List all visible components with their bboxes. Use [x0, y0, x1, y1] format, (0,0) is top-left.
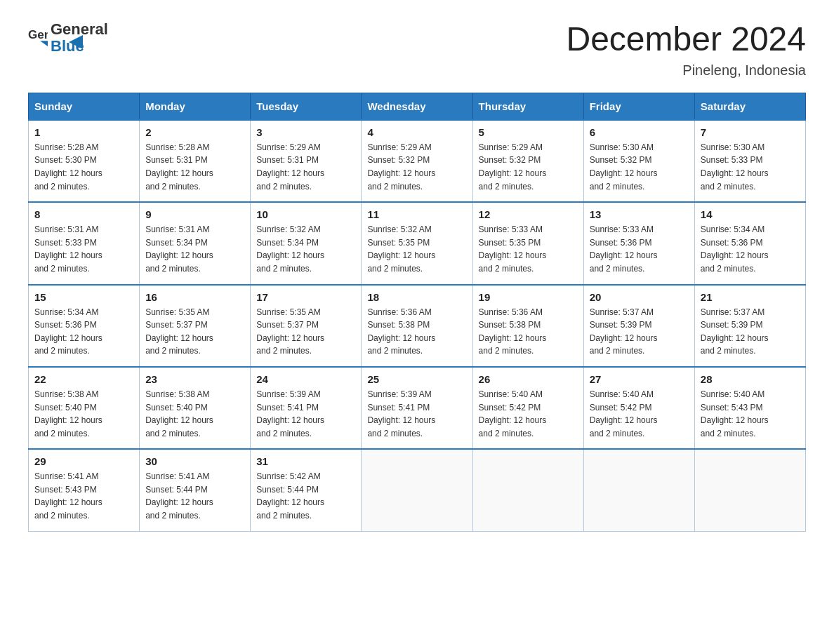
day-number: 8	[34, 208, 133, 220]
day-info: Sunrise: 5:39 AMSunset: 5:41 PMDaylight:…	[367, 389, 435, 438]
day-info: Sunrise: 5:32 AMSunset: 5:34 PMDaylight:…	[256, 224, 324, 274]
calendar-cell: 9 Sunrise: 5:31 AMSunset: 5:34 PMDayligh…	[140, 202, 251, 284]
day-info: Sunrise: 5:38 AMSunset: 5:40 PMDaylight:…	[145, 389, 213, 438]
calendar-cell: 18 Sunrise: 5:36 AMSunset: 5:38 PMDaylig…	[362, 285, 472, 367]
title-section: December 2024 Pineleng, Indonesia	[566, 21, 806, 79]
day-info: Sunrise: 5:37 AMSunset: 5:39 PMDaylight:…	[701, 307, 769, 356]
day-number: 24	[256, 373, 355, 385]
day-info: Sunrise: 5:30 AMSunset: 5:33 PMDaylight:…	[701, 142, 769, 192]
header-row: SundayMondayTuesdayWednesdayThursdayFrid…	[29, 93, 806, 120]
calendar-cell: 8 Sunrise: 5:31 AMSunset: 5:33 PMDayligh…	[29, 202, 140, 284]
header-day-thursday: Thursday	[472, 93, 583, 120]
calendar-cell: 26 Sunrise: 5:40 AMSunset: 5:42 PMDaylig…	[472, 367, 583, 449]
calendar-cell: 30 Sunrise: 5:41 AMSunset: 5:44 PMDaylig…	[140, 449, 251, 531]
calendar-cell: 3 Sunrise: 5:29 AMSunset: 5:31 PMDayligh…	[251, 120, 362, 202]
calendar-cell: 19 Sunrise: 5:36 AMSunset: 5:38 PMDaylig…	[472, 285, 583, 367]
day-info: Sunrise: 5:40 AMSunset: 5:42 PMDaylight:…	[590, 389, 658, 438]
day-number: 3	[256, 126, 355, 138]
day-number: 22	[34, 373, 133, 385]
day-number: 18	[367, 291, 466, 303]
calendar-header: SundayMondayTuesdayWednesdayThursdayFrid…	[29, 93, 806, 120]
calendar-cell: 13 Sunrise: 5:33 AMSunset: 5:36 PMDaylig…	[583, 202, 694, 284]
header-day-saturday: Saturday	[694, 93, 805, 120]
calendar-cell	[472, 449, 583, 531]
svg-marker-1	[40, 41, 48, 46]
day-number: 11	[367, 208, 466, 220]
day-number: 26	[479, 373, 578, 385]
calendar-table: SundayMondayTuesdayWednesdayThursdayFrid…	[28, 93, 806, 532]
day-info: Sunrise: 5:29 AMSunset: 5:32 PMDaylight:…	[367, 142, 435, 192]
day-number: 14	[701, 208, 800, 220]
day-number: 7	[701, 126, 800, 138]
calendar-cell: 14 Sunrise: 5:34 AMSunset: 5:36 PMDaylig…	[694, 202, 805, 284]
day-info: Sunrise: 5:32 AMSunset: 5:35 PMDaylight:…	[367, 224, 435, 274]
calendar-cell: 23 Sunrise: 5:38 AMSunset: 5:40 PMDaylig…	[140, 367, 251, 449]
week-row-3: 15 Sunrise: 5:34 AMSunset: 5:36 PMDaylig…	[29, 285, 806, 367]
day-number: 15	[34, 291, 133, 303]
day-info: Sunrise: 5:34 AMSunset: 5:36 PMDaylight:…	[701, 224, 769, 274]
day-info: Sunrise: 5:40 AMSunset: 5:43 PMDaylight:…	[701, 389, 769, 438]
day-number: 30	[145, 455, 244, 467]
day-number: 23	[145, 373, 244, 385]
header-day-monday: Monday	[140, 93, 251, 120]
day-number: 4	[367, 126, 466, 138]
calendar-cell: 12 Sunrise: 5:33 AMSunset: 5:35 PMDaylig…	[472, 202, 583, 284]
header-day-tuesday: Tuesday	[251, 93, 362, 120]
day-number: 1	[34, 126, 133, 138]
day-number: 13	[590, 208, 689, 220]
header-day-sunday: Sunday	[29, 93, 140, 120]
day-number: 9	[145, 208, 244, 220]
calendar-body: 1 Sunrise: 5:28 AMSunset: 5:30 PMDayligh…	[29, 120, 806, 531]
calendar-cell: 20 Sunrise: 5:37 AMSunset: 5:39 PMDaylig…	[583, 285, 694, 367]
day-number: 29	[34, 455, 133, 467]
day-info: Sunrise: 5:28 AMSunset: 5:31 PMDaylight:…	[145, 142, 213, 192]
svg-marker-2	[69, 35, 83, 49]
calendar-cell: 22 Sunrise: 5:38 AMSunset: 5:40 PMDaylig…	[29, 367, 140, 449]
day-info: Sunrise: 5:33 AMSunset: 5:36 PMDaylight:…	[590, 224, 658, 274]
header-day-friday: Friday	[583, 93, 694, 120]
day-number: 28	[701, 373, 800, 385]
day-number: 10	[256, 208, 355, 220]
calendar-cell	[583, 449, 694, 531]
calendar-cell: 1 Sunrise: 5:28 AMSunset: 5:30 PMDayligh…	[29, 120, 140, 202]
day-number: 6	[590, 126, 689, 138]
day-number: 2	[145, 126, 244, 138]
day-info: Sunrise: 5:36 AMSunset: 5:38 PMDaylight:…	[367, 307, 435, 356]
calendar-title: December 2024	[566, 21, 806, 58]
day-info: Sunrise: 5:31 AMSunset: 5:33 PMDaylight:…	[34, 224, 102, 274]
day-info: Sunrise: 5:28 AMSunset: 5:30 PMDaylight:…	[34, 142, 102, 192]
day-number: 20	[590, 291, 689, 303]
day-number: 12	[479, 208, 578, 220]
logo: General General Blue	[28, 21, 83, 55]
day-number: 16	[145, 291, 244, 303]
calendar-cell: 21 Sunrise: 5:37 AMSunset: 5:39 PMDaylig…	[694, 285, 805, 367]
day-number: 19	[479, 291, 578, 303]
week-row-1: 1 Sunrise: 5:28 AMSunset: 5:30 PMDayligh…	[29, 120, 806, 202]
calendar-cell: 7 Sunrise: 5:30 AMSunset: 5:33 PMDayligh…	[694, 120, 805, 202]
logo-icon: General	[28, 27, 48, 49]
calendar-cell: 29 Sunrise: 5:41 AMSunset: 5:43 PMDaylig…	[29, 449, 140, 531]
calendar-cell: 17 Sunrise: 5:35 AMSunset: 5:37 PMDaylig…	[251, 285, 362, 367]
day-info: Sunrise: 5:35 AMSunset: 5:37 PMDaylight:…	[145, 307, 213, 356]
day-info: Sunrise: 5:38 AMSunset: 5:40 PMDaylight:…	[34, 389, 102, 438]
day-info: Sunrise: 5:36 AMSunset: 5:38 PMDaylight:…	[479, 307, 547, 356]
day-info: Sunrise: 5:29 AMSunset: 5:31 PMDaylight:…	[256, 142, 324, 192]
page-header: General General Blue December 2024 Pinel…	[28, 21, 806, 79]
calendar-cell: 6 Sunrise: 5:30 AMSunset: 5:32 PMDayligh…	[583, 120, 694, 202]
day-number: 5	[479, 126, 578, 138]
calendar-cell: 10 Sunrise: 5:32 AMSunset: 5:34 PMDaylig…	[251, 202, 362, 284]
calendar-cell: 4 Sunrise: 5:29 AMSunset: 5:32 PMDayligh…	[362, 120, 472, 202]
calendar-cell: 2 Sunrise: 5:28 AMSunset: 5:31 PMDayligh…	[140, 120, 251, 202]
day-info: Sunrise: 5:33 AMSunset: 5:35 PMDaylight:…	[479, 224, 547, 274]
week-row-5: 29 Sunrise: 5:41 AMSunset: 5:43 PMDaylig…	[29, 449, 806, 531]
calendar-cell: 15 Sunrise: 5:34 AMSunset: 5:36 PMDaylig…	[29, 285, 140, 367]
day-number: 21	[701, 291, 800, 303]
header-day-wednesday: Wednesday	[362, 93, 472, 120]
day-info: Sunrise: 5:35 AMSunset: 5:37 PMDaylight:…	[256, 307, 324, 356]
day-number: 27	[590, 373, 689, 385]
day-info: Sunrise: 5:40 AMSunset: 5:42 PMDaylight:…	[479, 389, 547, 438]
calendar-cell: 25 Sunrise: 5:39 AMSunset: 5:41 PMDaylig…	[362, 367, 472, 449]
week-row-4: 22 Sunrise: 5:38 AMSunset: 5:40 PMDaylig…	[29, 367, 806, 449]
day-info: Sunrise: 5:41 AMSunset: 5:43 PMDaylight:…	[34, 471, 102, 521]
calendar-cell: 11 Sunrise: 5:32 AMSunset: 5:35 PMDaylig…	[362, 202, 472, 284]
